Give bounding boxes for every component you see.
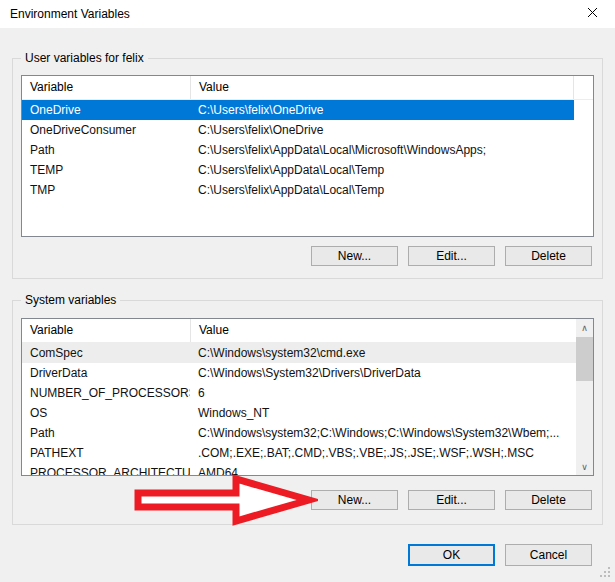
cancel-button[interactable]: Cancel <box>505 544 592 566</box>
cell-value: C:\Users\felix\OneDrive <box>190 120 574 140</box>
table-row[interactable]: TEMP C:\Users\felix\AppData\Local\Temp <box>22 160 574 180</box>
cell-value: C:\Users\felix\AppData\Local\Temp <box>190 180 574 200</box>
cell-variable: ComSpec <box>22 343 190 363</box>
system-table-header: Variable Value <box>22 319 593 343</box>
table-row[interactable]: ComSpec C:\Windows\system32\cmd.exe <box>22 343 576 363</box>
cell-value: C:\Users\felix\AppData\Local\Temp <box>190 160 574 180</box>
resize-grip-icon[interactable] <box>608 575 610 577</box>
cell-variable: OS <box>22 403 190 423</box>
close-icon <box>587 7 598 21</box>
close-button[interactable] <box>570 0 615 28</box>
cell-variable: PROCESSOR_ARCHITECTURE <box>22 463 190 476</box>
system-variables-group-label: System variables <box>21 293 120 307</box>
user-edit-button[interactable]: Edit... <box>408 246 495 266</box>
table-row[interactable]: PROCESSOR_ARCHITECTURE AMD64 <box>22 463 576 476</box>
user-new-button[interactable]: New... <box>311 246 398 266</box>
table-row[interactable]: Path C:\Users\felix\AppData\Local\Micros… <box>22 140 574 160</box>
system-edit-button[interactable]: Edit... <box>408 490 495 510</box>
window-title: Environment Variables <box>0 7 130 21</box>
user-table-header: Variable Value <box>22 76 593 100</box>
system-column-header-value[interactable]: Value <box>190 319 593 342</box>
cell-value: .COM;.EXE;.BAT;.CMD;.VBS;.VBE;.JS;.JSE;.… <box>190 443 576 463</box>
cell-variable: Path <box>22 140 190 160</box>
cell-variable: DriverData <box>22 363 190 383</box>
cell-variable: NUMBER_OF_PROCESSORS <box>22 383 190 403</box>
system-column-header-variable[interactable]: Variable <box>22 319 190 342</box>
system-variables-table: Variable Value ComSpec C:\Windows\system… <box>21 318 594 476</box>
user-column-header-value[interactable]: Value <box>190 76 574 99</box>
cell-value: C:\Windows\system32\cmd.exe <box>190 343 576 363</box>
table-row[interactable]: TMP C:\Users\felix\AppData\Local\Temp <box>22 180 574 200</box>
ok-button[interactable]: OK <box>408 544 495 566</box>
user-delete-button[interactable]: Delete <box>505 246 592 266</box>
cell-variable: OneDriveConsumer <box>22 120 190 140</box>
cell-variable: PATHEXT <box>22 443 190 463</box>
system-new-button[interactable]: New... <box>311 490 398 510</box>
scroll-down-icon[interactable]: ∨ <box>576 458 593 475</box>
table-row[interactable]: OneDriveConsumer C:\Users\felix\OneDrive <box>22 120 574 140</box>
cell-value: C:\Windows\System32\Drivers\DriverData <box>190 363 576 383</box>
table-row[interactable]: PATHEXT .COM;.EXE;.BAT;.CMD;.VBS;.VBE;.J… <box>22 443 576 463</box>
cell-variable: OneDrive <box>22 100 190 120</box>
table-row[interactable]: DriverData C:\Windows\System32\Drivers\D… <box>22 363 576 383</box>
cell-value: AMD64 <box>190 463 576 476</box>
table-row[interactable]: Path C:\Windows\system32;C:\Windows;C:\W… <box>22 423 576 443</box>
cell-variable: Path <box>22 423 190 443</box>
user-column-header-variable[interactable]: Variable <box>22 76 190 99</box>
system-table-scrollbar[interactable]: ∧ ∨ <box>576 319 593 475</box>
table-row[interactable]: OS Windows_NT <box>22 403 576 423</box>
cell-value: 6 <box>190 383 576 403</box>
cell-value: C:\Users\felix\AppData\Local\Microsoft\W… <box>190 140 574 160</box>
cell-value: Windows_NT <box>190 403 576 423</box>
cell-variable: TEMP <box>22 160 190 180</box>
system-delete-button[interactable]: Delete <box>505 490 592 510</box>
cell-variable: TMP <box>22 180 190 200</box>
table-row[interactable]: NUMBER_OF_PROCESSORS 6 <box>22 383 576 403</box>
user-variables-group-label: User variables for felix <box>21 51 148 65</box>
cell-value: C:\Users\felix\OneDrive <box>190 100 574 120</box>
cell-value: C:\Windows\system32;C:\Windows;C:\Window… <box>190 423 576 443</box>
titlebar: Environment Variables <box>0 0 615 28</box>
scrollbar-thumb[interactable] <box>576 337 593 381</box>
scroll-up-icon[interactable]: ∧ <box>576 319 593 336</box>
table-row[interactable]: OneDrive C:\Users\felix\OneDrive <box>22 100 574 120</box>
user-variables-table: Variable Value OneDrive C:\Users\felix\O… <box>21 75 594 237</box>
